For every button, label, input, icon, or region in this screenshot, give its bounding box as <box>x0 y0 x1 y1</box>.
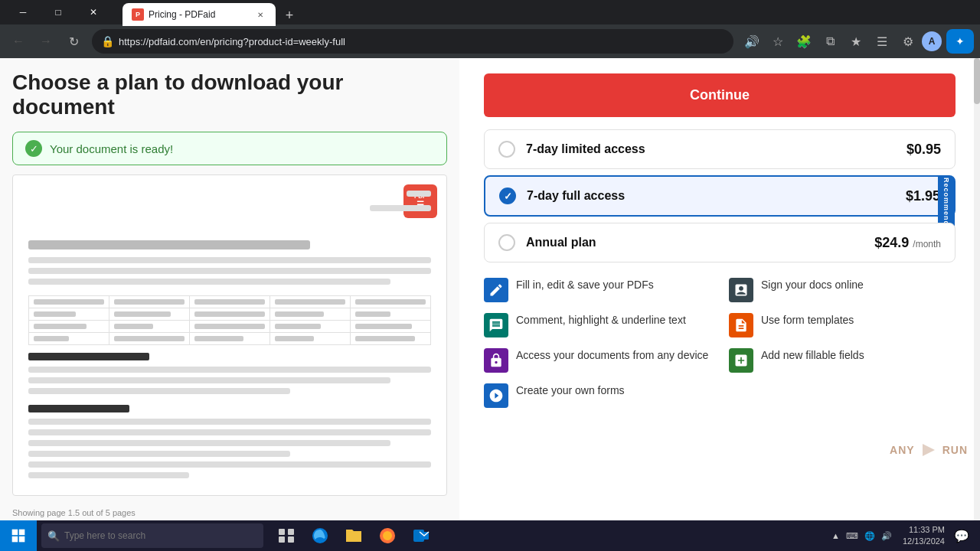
new-tab-button[interactable]: + <box>279 5 300 26</box>
doc-table <box>28 295 431 345</box>
notification-button[interactable]: 💬 <box>949 520 974 551</box>
doc-line <box>28 451 290 457</box>
doc-line <box>28 472 189 478</box>
comment-highlight-icon <box>484 313 508 337</box>
document-panel: Choose a plan to download your document … <box>0 58 459 520</box>
document-preview: PDF ☰ <box>12 174 447 496</box>
title-bar: ─ □ ✕ P Pricing - PDFaid ✕ + <box>0 0 980 24</box>
forward-button[interactable]: → <box>34 29 58 54</box>
address-bar[interactable]: 🔒 https://pdfaid.com/en/pricing?product-… <box>92 29 733 54</box>
firefox-icon <box>378 527 397 545</box>
doc-line <box>370 205 431 211</box>
doc-line <box>28 440 390 446</box>
svg-rect-5 <box>279 529 285 535</box>
back-button[interactable]: ← <box>6 29 31 54</box>
fill-edit-icon <box>484 278 508 302</box>
doc-line <box>28 429 431 435</box>
doc-section-1 <box>28 240 431 285</box>
taskbar-icons <box>271 520 436 551</box>
svg-rect-7 <box>279 536 285 543</box>
outlook-icon <box>412 527 430 545</box>
plan-radio-7day-limited[interactable] <box>498 141 515 158</box>
nav-right-icons: 🔊 ☆ 🧩 ⧉ ★ ☰ ⚙ A ✦ <box>740 29 974 54</box>
edge-taskbar-icon[interactable] <box>305 520 335 551</box>
maximize-button[interactable]: □ <box>41 0 75 24</box>
anyrun-logo-icon <box>920 441 938 459</box>
doc-line <box>28 461 431 468</box>
tab-title: Pricing - PDFaid <box>149 9 250 20</box>
feature-form-templates: Use form templates <box>729 313 956 337</box>
refresh-button[interactable]: ↻ <box>61 29 86 54</box>
doc-header <box>28 191 431 230</box>
doc-preview-inner: PDF ☰ <box>13 175 446 496</box>
sign-docs-icon <box>729 278 753 302</box>
system-clock[interactable]: 11:33 PM 12/13/2024 <box>900 524 948 548</box>
feature-text-fill-edit: Fill in, edit & save your PDFs <box>516 278 654 293</box>
minimize-button[interactable]: ─ <box>6 0 40 24</box>
scrollbar-track[interactable] <box>974 58 980 520</box>
copilot-button[interactable]: ✦ <box>946 29 974 54</box>
settings-button[interactable]: ⚙ <box>896 29 920 54</box>
volume-icon: 🔊 <box>881 531 892 541</box>
form-templates-icon <box>729 313 753 337</box>
scrollbar-thumb[interactable] <box>974 58 980 104</box>
plan-radio-7day-full[interactable] <box>499 187 516 204</box>
continue-button[interactable]: Continue <box>484 73 956 117</box>
read-aloud-button[interactable]: 🔊 <box>740 29 764 54</box>
start-button[interactable] <box>0 520 37 551</box>
plan-option-annual[interactable]: Annual plan $24.9 /month <box>484 223 956 262</box>
tray-icons: ▲ <box>831 531 840 540</box>
plan-label-annual: Annual plan <box>526 236 864 249</box>
fillable-fields-icon <box>729 348 753 373</box>
features-grid: Fill in, edit & save your PDFs Sign your… <box>484 278 956 408</box>
feature-text-form-templates: Use form templates <box>761 313 854 328</box>
plan-option-7day-limited[interactable]: 7-day limited access $0.95 <box>484 129 956 169</box>
browser-extensions-button[interactable]: 🧩 <box>792 29 816 54</box>
collections-button[interactable]: ☰ <box>870 29 894 54</box>
ready-check-icon: ✓ <box>25 140 42 157</box>
close-button[interactable]: ✕ <box>77 0 110 24</box>
doc-section-title-2 <box>28 405 129 412</box>
firefox-taskbar-icon[interactable] <box>372 520 403 551</box>
active-tab[interactable]: P Pricing - PDFaid ✕ <box>122 3 276 26</box>
doc-line <box>28 240 310 249</box>
access-device-icon <box>484 348 508 373</box>
main-area: Choose a plan to download your document … <box>0 58 980 520</box>
favorites-button[interactable]: ★ <box>844 29 868 54</box>
feature-text-access: Access your documents from any device <box>516 348 708 364</box>
pdf-icon: PDF ☰ <box>403 184 437 218</box>
doc-section-3 <box>28 405 431 478</box>
feature-fill-edit: Fill in, edit & save your PDFs <box>484 278 710 302</box>
taskbar-right: ▲ ⌨ 🌐 🔊 11:33 PM 12/13/2024 💬 <box>825 520 980 551</box>
svg-rect-4 <box>19 536 25 543</box>
svg-rect-3 <box>12 536 18 543</box>
profile-avatar[interactable]: A <box>922 31 942 51</box>
doc-line <box>28 388 290 394</box>
plan-radio-annual[interactable] <box>498 234 515 251</box>
doc-section-2 <box>28 353 431 394</box>
lock-icon: 🔒 <box>101 35 114 47</box>
ready-text: Your document is ready! <box>50 142 173 155</box>
task-view-icon <box>277 527 296 545</box>
plan-price-sub-annual: /month <box>913 239 941 249</box>
doc-line <box>28 419 431 425</box>
create-forms-icon <box>484 383 508 408</box>
split-screen-button[interactable]: ⧉ <box>818 29 842 54</box>
feature-access-device: Access your documents from any device <box>484 348 710 373</box>
doc-line <box>28 268 431 274</box>
taskbar-search-input[interactable] <box>64 530 233 541</box>
svg-rect-1 <box>12 530 18 536</box>
plan-option-7day-full[interactable]: 7-day full access $1.95 Recommended <box>484 175 956 217</box>
system-tray: ▲ ⌨ 🌐 🔊 <box>825 531 898 541</box>
navigation-bar: ← → ↻ 🔒 https://pdfaid.com/en/pricing?pr… <box>0 24 980 58</box>
page-content: Choose a plan to download your document … <box>0 58 980 520</box>
explorer-taskbar-icon[interactable] <box>338 520 369 551</box>
taskbar-search[interactable]: 🔍 <box>41 523 263 548</box>
tab-close-button[interactable]: ✕ <box>254 8 266 21</box>
outlook-taskbar-icon[interactable] <box>406 520 436 551</box>
svg-rect-2 <box>19 530 25 536</box>
feature-comment-highlight: Comment, highlight & underline text <box>484 313 710 337</box>
svg-marker-0 <box>923 444 935 456</box>
add-favorites-button[interactable]: ☆ <box>766 29 790 54</box>
task-view-button[interactable] <box>271 520 302 551</box>
